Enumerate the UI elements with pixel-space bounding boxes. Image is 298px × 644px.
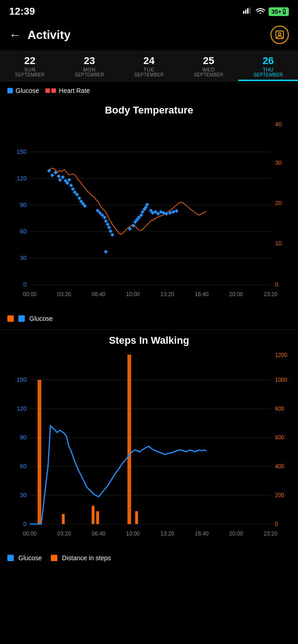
svg-text:0: 0 xyxy=(23,520,27,527)
date-day: WED xyxy=(202,67,215,72)
date-navigation: 22 SUN SEPTEMBER 23 MON SEPTEMBER 24 TUE… xyxy=(0,50,298,81)
svg-rect-80 xyxy=(5,350,293,552)
date-item-tue[interactable]: 24 TUE SEPTEMBER xyxy=(119,50,179,81)
svg-text:23:20: 23:20 xyxy=(264,291,277,298)
svg-text:90: 90 xyxy=(20,201,27,208)
status-time: 12:39 xyxy=(9,5,35,17)
body-temperature-title: Body Temperature xyxy=(0,104,298,116)
heart-rate-label: Heart Rate xyxy=(59,87,90,94)
glucose-steps-label: Glucose xyxy=(18,554,42,562)
header: ← Activity xyxy=(0,21,298,50)
svg-rect-3 xyxy=(249,7,250,14)
svg-text:10:00: 10:00 xyxy=(126,530,140,537)
body-temp-legend-bottom: Glucose xyxy=(0,312,298,325)
svg-text:30: 30 xyxy=(20,254,27,261)
svg-text:1000: 1000 xyxy=(275,377,287,383)
svg-text:60: 60 xyxy=(20,463,27,470)
svg-text:150: 150 xyxy=(17,148,27,155)
svg-rect-108 xyxy=(38,380,41,524)
svg-rect-4 xyxy=(284,10,285,13)
svg-text:1200: 1200 xyxy=(275,352,287,358)
svg-text:20:00: 20:00 xyxy=(229,530,243,537)
steps-walking-section: Steps In Walking 0 30 60 90 120 150 0 20… xyxy=(0,330,298,569)
orange-swatch xyxy=(7,315,14,322)
date-number: 24 xyxy=(143,55,155,67)
legend-heart-rate: Heart Rate xyxy=(45,87,90,94)
date-item-wed[interactable]: 25 WED SEPTEMBER xyxy=(179,50,238,81)
body-temperature-section: Body Temperature 0 30 60 90 120 150 0 10… xyxy=(0,100,298,330)
svg-text:23:20: 23:20 xyxy=(264,530,277,537)
svg-text:0: 0 xyxy=(275,521,278,527)
svg-text:03:20: 03:20 xyxy=(57,530,71,537)
svg-rect-112 xyxy=(127,355,131,524)
date-month: SEPTEMBER xyxy=(75,72,104,77)
svg-text:600: 600 xyxy=(275,434,284,441)
svg-text:150: 150 xyxy=(17,376,27,383)
svg-rect-0 xyxy=(243,11,244,14)
body-temperature-chart: 0 30 60 90 120 150 0 10 20 30 40 00:00 0… xyxy=(5,120,293,312)
steps-svg: 0 30 60 90 120 150 0 200 400 600 800 100… xyxy=(5,350,293,552)
date-day: MON xyxy=(83,67,95,72)
date-number: 23 xyxy=(84,55,95,67)
battery-badge: 35+ xyxy=(269,7,289,16)
svg-rect-1 xyxy=(245,10,246,14)
glucose-bottom-label: Glucose xyxy=(29,315,53,322)
svg-text:13:20: 13:20 xyxy=(160,530,174,537)
date-day: THU xyxy=(263,67,274,72)
date-item-mon[interactable]: 23 MON SEPTEMBER xyxy=(60,50,119,81)
steps-walking-chart: 0 30 60 90 120 150 0 200 400 600 800 100… xyxy=(5,350,293,552)
heart-rate-swatch-2 xyxy=(51,88,56,93)
signal-icon xyxy=(243,7,252,16)
steps-walking-title: Steps In Walking xyxy=(0,335,298,346)
svg-rect-110 xyxy=(92,506,94,524)
page-title: Activity xyxy=(28,28,71,42)
header-left: ← Activity xyxy=(9,28,71,42)
svg-rect-113 xyxy=(135,511,138,524)
svg-text:20:00: 20:00 xyxy=(229,291,243,298)
svg-text:20: 20 xyxy=(275,200,281,206)
svg-text:10: 10 xyxy=(275,240,281,247)
svg-text:06:40: 06:40 xyxy=(92,530,105,537)
svg-text:0: 0 xyxy=(23,281,27,288)
svg-text:40: 40 xyxy=(275,121,281,128)
svg-rect-2 xyxy=(247,8,248,14)
svg-point-6 xyxy=(278,32,281,35)
profile-icon-button[interactable] xyxy=(270,26,289,44)
date-number: 25 xyxy=(203,55,214,67)
orange-swatch-steps xyxy=(51,555,57,561)
svg-text:0: 0 xyxy=(275,281,278,288)
steps-legend-bottom: Glucose Distance in steps xyxy=(0,552,298,564)
date-month: SEPTEMBER xyxy=(254,72,283,77)
blue-swatch-steps xyxy=(7,555,14,561)
svg-rect-111 xyxy=(96,511,99,524)
date-month: SEPTEMBER xyxy=(134,72,164,77)
date-item-thu[interactable]: 26 THU SEPTEMBER xyxy=(238,50,298,81)
status-icons: 35+ xyxy=(243,7,289,16)
svg-text:00:00: 00:00 xyxy=(23,291,37,298)
svg-rect-109 xyxy=(62,514,65,524)
svg-text:16:40: 16:40 xyxy=(195,530,209,537)
svg-text:16:40: 16:40 xyxy=(195,291,209,298)
svg-text:13:20: 13:20 xyxy=(160,291,174,298)
date-day: TUE xyxy=(143,67,155,72)
svg-text:03:20: 03:20 xyxy=(57,291,71,298)
svg-text:06:40: 06:40 xyxy=(92,291,105,298)
date-month: SEPTEMBER xyxy=(15,72,44,77)
date-number: 26 xyxy=(263,55,274,67)
body-temp-svg: 0 30 60 90 120 150 0 10 20 30 40 00:00 0… xyxy=(5,120,293,312)
svg-text:400: 400 xyxy=(275,463,284,470)
svg-text:00:00: 00:00 xyxy=(23,530,37,537)
svg-text:60: 60 xyxy=(20,228,27,235)
distance-steps-label: Distance in steps xyxy=(62,554,111,562)
wifi-icon xyxy=(256,7,265,16)
back-button[interactable]: ← xyxy=(9,28,21,42)
glucose-color-swatch xyxy=(7,88,13,93)
glucose-label: Glucose xyxy=(16,87,39,94)
status-bar: 12:39 35+ xyxy=(0,0,298,21)
date-month: SEPTEMBER xyxy=(194,72,223,77)
svg-text:10:00: 10:00 xyxy=(126,291,140,298)
date-day: SUN xyxy=(24,67,36,72)
date-item-sun[interactable]: 22 SUN SEPTEMBER xyxy=(0,50,60,81)
svg-text:200: 200 xyxy=(275,492,284,498)
svg-text:120: 120 xyxy=(17,175,27,182)
